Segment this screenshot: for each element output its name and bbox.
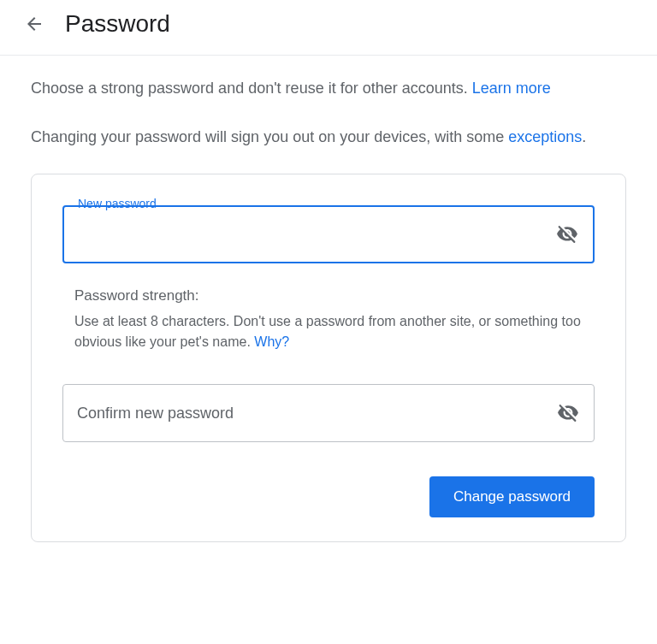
confirm-password-input[interactable] [77, 385, 556, 441]
why-link[interactable]: Why? [254, 334, 289, 349]
button-row: Change password [62, 476, 595, 517]
confirm-password-outline [62, 384, 595, 442]
toggle-visibility-new[interactable] [555, 222, 579, 246]
exceptions-link[interactable]: exceptions [508, 128, 582, 145]
header: Password [0, 0, 657, 56]
page-title: Password [65, 10, 170, 38]
password-card: New password Password strength: Use at l… [31, 174, 626, 543]
new-password-outline [62, 205, 595, 263]
new-password-field-wrapper: New password [62, 205, 595, 263]
new-password-input[interactable] [78, 207, 555, 262]
strength-title: Password strength: [74, 287, 595, 304]
strength-desc: Use at least 8 characters. Don't use a p… [74, 311, 595, 354]
arrow-left-icon [24, 14, 44, 34]
learn-more-link[interactable]: Learn more [472, 80, 551, 97]
intro-text-2: Changing your password will sign you out… [31, 128, 508, 145]
toggle-visibility-confirm[interactable] [556, 401, 580, 425]
confirm-password-field-wrapper [62, 384, 595, 442]
intro-line-2: Changing your password will sign you out… [31, 125, 626, 150]
strength-desc-text: Use at least 8 characters. Don't use a p… [74, 314, 581, 350]
change-password-button[interactable]: Change password [429, 476, 595, 517]
back-button[interactable] [17, 7, 51, 41]
intro-text-2-suffix: . [582, 128, 586, 145]
intro-text-1: Choose a strong password and don't reuse… [31, 80, 472, 97]
eye-off-icon [557, 402, 579, 424]
eye-off-icon [556, 223, 578, 245]
content: Choose a strong password and don't reuse… [0, 56, 657, 542]
strength-section: Password strength: Use at least 8 charac… [74, 287, 595, 354]
intro-line-1: Choose a strong password and don't reuse… [31, 76, 626, 101]
